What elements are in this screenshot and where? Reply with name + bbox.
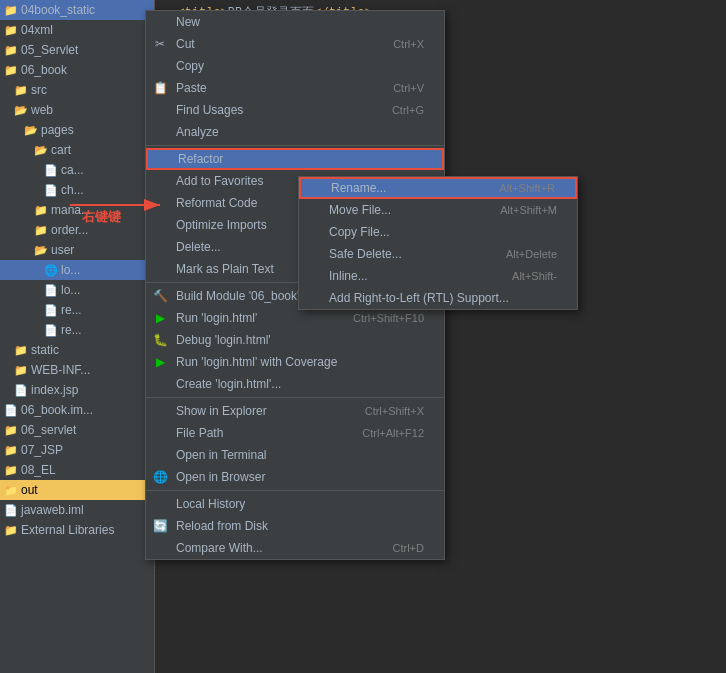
tree-item-06book[interactable]: 📁 06_book <box>0 60 154 80</box>
folder-icon: 📁 <box>4 484 18 497</box>
refactor-submenu: Rename... Alt+Shift+R Move File... Alt+S… <box>298 176 578 310</box>
build-icon: 🔨 <box>152 289 168 303</box>
file-icon: 📄 <box>44 304 58 317</box>
menu-item-create[interactable]: Create 'login.html'... <box>146 373 444 395</box>
tree-item-05servlet[interactable]: 📁 05_Servlet <box>0 40 154 60</box>
menu-item-refactor[interactable]: Refactor <box>146 148 444 170</box>
tree-item-pages[interactable]: 📂 pages <box>0 120 154 140</box>
jsp-file-icon: 📄 <box>14 384 28 397</box>
file-icon: 📄 <box>44 324 58 337</box>
folder-icon: 📁 <box>14 364 28 377</box>
tree-item-04book[interactable]: 📁 04book_static <box>0 0 154 20</box>
submenu-item-rtl[interactable]: Add Right-to-Left (RTL) Support... <box>299 287 577 309</box>
menu-item-compare[interactable]: Compare With... Ctrl+D <box>146 537 444 559</box>
file-icon: 📄 <box>44 184 58 197</box>
folder-icon: 📁 <box>4 424 18 437</box>
tree-item-08el[interactable]: 📁 08_EL <box>0 460 154 480</box>
folder-icon: 📁 <box>4 524 18 537</box>
tree-item-mana[interactable]: 📁 mana... <box>0 200 154 220</box>
menu-item-localhistory[interactable]: Local History <box>146 493 444 515</box>
menu-item-findusages[interactable]: Find Usages Ctrl+G <box>146 99 444 121</box>
menu-item-new[interactable]: New <box>146 11 444 33</box>
tree-item-re1[interactable]: 📄 re... <box>0 300 154 320</box>
folder-icon: 📁 <box>34 224 48 237</box>
run-icon: ▶ <box>152 311 168 325</box>
menu-item-copy[interactable]: Copy <box>146 55 444 77</box>
tree-item-webinf[interactable]: 📁 WEB-INF... <box>0 360 154 380</box>
rightclick-annotation: 右键键 <box>82 208 121 226</box>
folder-icon: 📁 <box>4 64 18 77</box>
tree-item-ca[interactable]: 📄 ca... <box>0 160 154 180</box>
paste-icon: 📋 <box>152 81 168 95</box>
tree-item-lo1[interactable]: 🌐 lo... <box>0 260 154 280</box>
tree-item-web[interactable]: 📂 web <box>0 100 154 120</box>
folder-icon: 📁 <box>4 4 18 17</box>
cut-icon: ✂ <box>152 37 168 51</box>
menu-item-coverage[interactable]: ▶ Run 'login.html' with Coverage <box>146 351 444 373</box>
tree-item-re2[interactable]: 📄 re... <box>0 320 154 340</box>
tree-item-07jsp[interactable]: 📁 07_JSP <box>0 440 154 460</box>
folder-icon: 📁 <box>14 344 28 357</box>
tree-item-order[interactable]: 📁 order... <box>0 220 154 240</box>
html-file-icon: 🌐 <box>44 264 58 277</box>
folder-icon: 📁 <box>34 204 48 217</box>
file-icon: 📄 <box>44 164 58 177</box>
tree-item-out[interactable]: 📁 out <box>0 480 154 500</box>
submenu-item-safedelete[interactable]: Safe Delete... Alt+Delete <box>299 243 577 265</box>
folder-open-icon: 📂 <box>14 104 28 117</box>
debug-icon: 🐛 <box>152 333 168 347</box>
file-icon: 📄 <box>4 404 18 417</box>
reload-icon: 🔄 <box>152 519 168 533</box>
tree-item-lo2[interactable]: 📄 lo... <box>0 280 154 300</box>
menu-item-terminal[interactable]: Open in Terminal <box>146 444 444 466</box>
tree-item-src[interactable]: 📁 src <box>0 80 154 100</box>
separator-4 <box>146 490 444 491</box>
submenu-item-rename[interactable]: Rename... Alt+Shift+R <box>299 177 577 199</box>
tree-item-04xml[interactable]: 📁 04xml <box>0 20 154 40</box>
menu-item-browser[interactable]: 🌐 Open in Browser <box>146 466 444 488</box>
tree-item-ch[interactable]: 📄 ch... <box>0 180 154 200</box>
folder-open-icon: 📂 <box>24 124 38 137</box>
file-tree: 📁 04book_static 📁 04xml 📁 05_Servlet 📁 0… <box>0 0 155 673</box>
browser-icon: 🌐 <box>152 470 168 484</box>
tree-item-indexjsp[interactable]: 📄 index.jsp <box>0 380 154 400</box>
tree-item-user[interactable]: 📂 user <box>0 240 154 260</box>
separator-3 <box>146 397 444 398</box>
folder-icon: 📁 <box>4 44 18 57</box>
tree-item-06bookiml[interactable]: 📄 06_book.im... <box>0 400 154 420</box>
folder-open-icon: 📂 <box>34 244 48 257</box>
separator-1 <box>146 145 444 146</box>
folder-icon: 📁 <box>4 24 18 37</box>
menu-item-filepath[interactable]: File Path Ctrl+Alt+F12 <box>146 422 444 444</box>
tree-item-static[interactable]: 📁 static <box>0 340 154 360</box>
file-icon: 📄 <box>44 284 58 297</box>
menu-item-reload[interactable]: 🔄 Reload from Disk <box>146 515 444 537</box>
tree-item-06servlet[interactable]: 📁 06_servlet <box>0 420 154 440</box>
tree-item-javaweb[interactable]: 📄 javaweb.iml <box>0 500 154 520</box>
tree-item-cart[interactable]: 📂 cart <box>0 140 154 160</box>
submenu-item-inline[interactable]: Inline... Alt+Shift- <box>299 265 577 287</box>
submenu-item-movefile[interactable]: Move File... Alt+Shift+M <box>299 199 577 221</box>
folder-icon: 📁 <box>14 84 28 97</box>
iml-file-icon: 📄 <box>4 504 18 517</box>
menu-item-explorer[interactable]: Show in Explorer Ctrl+Shift+X <box>146 400 444 422</box>
menu-item-debug[interactable]: 🐛 Debug 'login.html' <box>146 329 444 351</box>
tree-item-extlibs[interactable]: 📁 External Libraries <box>0 520 154 540</box>
submenu-item-copyfile[interactable]: Copy File... <box>299 221 577 243</box>
menu-item-analyze[interactable]: Analyze <box>146 121 444 143</box>
coverage-icon: ▶ <box>152 355 168 369</box>
folder-open-icon: 📂 <box>34 144 48 157</box>
folder-icon: 📁 <box>4 464 18 477</box>
menu-item-paste[interactable]: 📋 Paste Ctrl+V <box>146 77 444 99</box>
menu-item-cut[interactable]: ✂ Cut Ctrl+X <box>146 33 444 55</box>
menu-item-run[interactable]: ▶ Run 'login.html' Ctrl+Shift+F10 <box>146 307 444 329</box>
folder-icon: 📁 <box>4 444 18 457</box>
